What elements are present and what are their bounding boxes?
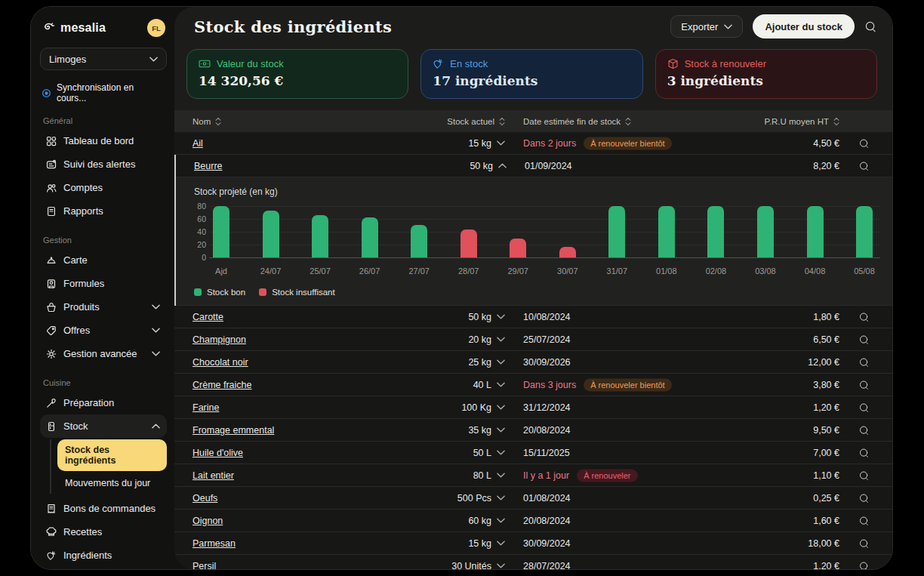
- ingredient-name-link[interactable]: Oignon: [192, 516, 223, 526]
- sidebar-item-ingredients[interactable]: Ingrédients: [40, 544, 167, 567]
- stock-unit-dropdown[interactable]: 15 kg: [363, 538, 505, 549]
- stock-unit-dropdown[interactable]: 100 Kg: [363, 402, 505, 413]
- chart-bar[interactable]: [559, 247, 576, 257]
- table-row-creme-fraiche[interactable]: Crème fraiche 40 L Dans 3 jours À renouv…: [174, 374, 892, 396]
- table-row-farine[interactable]: Farine 100 Kg 31/12/2024 1,20 €: [174, 396, 892, 419]
- table-row-carotte[interactable]: Carotte 50 kg 10/08/2024 1,80 €: [174, 306, 892, 328]
- stock-value: 80 L: [473, 470, 491, 481]
- sidebar-item-tableau-de-bord[interactable]: Tableau de bord: [40, 129, 167, 152]
- row-zoom-icon[interactable]: [858, 492, 870, 504]
- chart-bar[interactable]: [608, 206, 625, 257]
- stock-unit-dropdown[interactable]: 35 kg: [363, 425, 505, 436]
- chart-bar[interactable]: [807, 206, 824, 257]
- sidebar-item-recettes[interactable]: Recettes: [40, 520, 167, 544]
- sidebar-subitem-stock-des-ingredients[interactable]: Stock des ingrédients: [57, 439, 167, 471]
- sidebar-item-rapports[interactable]: Rapports: [40, 199, 167, 223]
- location-selector[interactable]: Limoges: [40, 48, 167, 70]
- chart-bar[interactable]: [362, 217, 378, 257]
- stock-unit-dropdown[interactable]: 15 kg: [363, 138, 505, 149]
- table-row-oignon[interactable]: Oignon 60 kg 20/08/2024 1,60 €: [174, 510, 892, 532]
- stock-unit-dropdown[interactable]: 50 L: [363, 448, 505, 458]
- sidebar-item-bons-de-commandes[interactable]: Bons de commandes: [40, 497, 167, 520]
- table-row-parmesan[interactable]: Parmesan 15 kg 30/09/2024 18,00 €: [174, 532, 892, 555]
- stock-unit-dropdown[interactable]: 25 kg: [363, 357, 505, 368]
- chart-bar[interactable]: [460, 229, 477, 257]
- stock-unit-dropdown[interactable]: 80 L: [363, 470, 505, 481]
- row-zoom-icon[interactable]: [858, 515, 870, 526]
- stock-unit-dropdown[interactable]: 20 kg: [363, 334, 505, 345]
- stock-unit-dropdown[interactable]: 40 L: [363, 380, 505, 390]
- chart-bar[interactable]: [757, 206, 774, 257]
- ingredient-name-link[interactable]: Huile d'olive: [192, 448, 243, 458]
- stock-unit-dropdown[interactable]: 50 kg: [365, 161, 507, 171]
- chart-bar[interactable]: [411, 225, 427, 257]
- sidebar-item-gestion-avancee[interactable]: Gestion avancée: [40, 342, 167, 365]
- ingredient-name-link[interactable]: Oeufs: [192, 493, 217, 504]
- sidebar-item-comptes[interactable]: Comptes: [40, 176, 167, 199]
- sidebar-subitem-mouvements-du-jour[interactable]: Mouvements du jour: [57, 473, 167, 494]
- sidebar-item-produits[interactable]: Produits: [40, 295, 167, 319]
- row-zoom-icon[interactable]: [858, 334, 870, 345]
- ingredient-name-link[interactable]: Carotte: [192, 312, 223, 322]
- table-row-oeufs[interactable]: Oeufs 500 Pcs 01/08/2024 0,25 €: [174, 487, 892, 510]
- sidebar-item-formules[interactable]: Formules: [40, 272, 167, 295]
- table-row-chocolat-noir[interactable]: Chocolat noir 25 kg 30/09/2026 12,00 €: [174, 351, 892, 374]
- row-zoom-icon[interactable]: [858, 537, 870, 549]
- row-zoom-icon[interactable]: [858, 311, 870, 322]
- sidebar-item-offres[interactable]: Offres: [40, 319, 167, 342]
- row-zoom-icon[interactable]: [858, 379, 870, 390]
- sidebar-item-stock[interactable]: Stock: [40, 414, 167, 438]
- column-header-pru[interactable]: P.R.U moyen HT: [765, 117, 839, 126]
- stock-unit-dropdown[interactable]: 30 Unités: [363, 561, 505, 570]
- ingredient-name-link[interactable]: Ail: [192, 138, 203, 149]
- column-header-date-fin-stock[interactable]: Date estimée fin de stock: [523, 117, 631, 126]
- chart-bar[interactable]: [658, 206, 675, 257]
- stock-unit-dropdown[interactable]: 60 kg: [363, 516, 505, 526]
- row-zoom-icon[interactable]: [858, 470, 870, 481]
- row-zoom-icon[interactable]: [858, 356, 870, 368]
- sort-icon[interactable]: [215, 117, 221, 126]
- column-header-stock-actuel[interactable]: Stock actuel: [363, 117, 505, 126]
- ingredient-name-link[interactable]: Lait entier: [192, 470, 234, 481]
- chart-bar[interactable]: [856, 206, 873, 257]
- row-zoom-icon[interactable]: [858, 137, 870, 149]
- ingredient-name-link[interactable]: Beurre: [194, 161, 223, 171]
- search-icon[interactable]: [864, 20, 877, 33]
- table-row-huile-d-olive[interactable]: Huile d'olive 50 L 15/11/2025 7,00 €: [174, 442, 892, 464]
- table-row-champignon[interactable]: Champignon 20 kg 25/07/2024 6,50 €: [174, 328, 892, 351]
- sidebar-item-carte[interactable]: Carte: [40, 248, 167, 272]
- table-row-ail[interactable]: Ail 15 kg Dans 2 jours À renouveler bien…: [174, 132, 892, 155]
- ingredient-name-link[interactable]: Chocolat noir: [192, 357, 248, 368]
- ingredient-name-link[interactable]: Crème fraiche: [192, 380, 252, 390]
- add-stock-button[interactable]: Ajouter du stock: [753, 14, 855, 39]
- row-zoom-icon[interactable]: [858, 160, 870, 171]
- table-row-beurre[interactable]: Beurre 50 kg 01/09/2024 8,20 €: [176, 155, 892, 177]
- stock-unit-dropdown[interactable]: 50 kg: [363, 312, 505, 322]
- chart-bar[interactable]: [510, 239, 526, 257]
- avatar[interactable]: FL: [147, 19, 165, 37]
- table-row-persil[interactable]: Persil 30 Unités 28/07/2024 1,20 €: [174, 555, 892, 569]
- chart-bar[interactable]: [213, 206, 229, 257]
- ingredient-name-link[interactable]: Persil: [192, 561, 216, 570]
- sort-icon[interactable]: [833, 117, 839, 126]
- chart-bar[interactable]: [263, 211, 279, 257]
- chart-bar[interactable]: [707, 206, 724, 257]
- export-button[interactable]: Exporter: [670, 15, 743, 38]
- ingredient-name-link[interactable]: Fromage emmental: [192, 425, 274, 436]
- row-zoom-icon[interactable]: [858, 402, 870, 413]
- sort-icon[interactable]: [499, 117, 505, 126]
- ingredient-name-link[interactable]: Parmesan: [192, 538, 236, 549]
- sidebar-item-preparation[interactable]: Préparation: [40, 391, 167, 414]
- row-zoom-icon[interactable]: [858, 424, 870, 436]
- column-header-nom[interactable]: Nom: [192, 117, 221, 126]
- sidebar-item-suivi-des-alertes[interactable]: Suivi des alertes: [40, 152, 167, 176]
- ingredient-name-link[interactable]: Champignon: [192, 334, 246, 345]
- table-row-fromage-emmental[interactable]: Fromage emmental 35 kg 20/08/2024 9,50 €: [174, 419, 892, 442]
- table-row-lait-entier[interactable]: Lait entier 80 L Il y a 1 jour À renouve…: [174, 464, 892, 487]
- row-zoom-icon[interactable]: [858, 560, 870, 569]
- stock-unit-dropdown[interactable]: 500 Pcs: [363, 493, 505, 504]
- ingredient-name-link[interactable]: Farine: [192, 402, 219, 413]
- sort-icon[interactable]: [625, 117, 631, 126]
- row-zoom-icon[interactable]: [858, 447, 870, 458]
- chart-bar[interactable]: [312, 215, 328, 257]
